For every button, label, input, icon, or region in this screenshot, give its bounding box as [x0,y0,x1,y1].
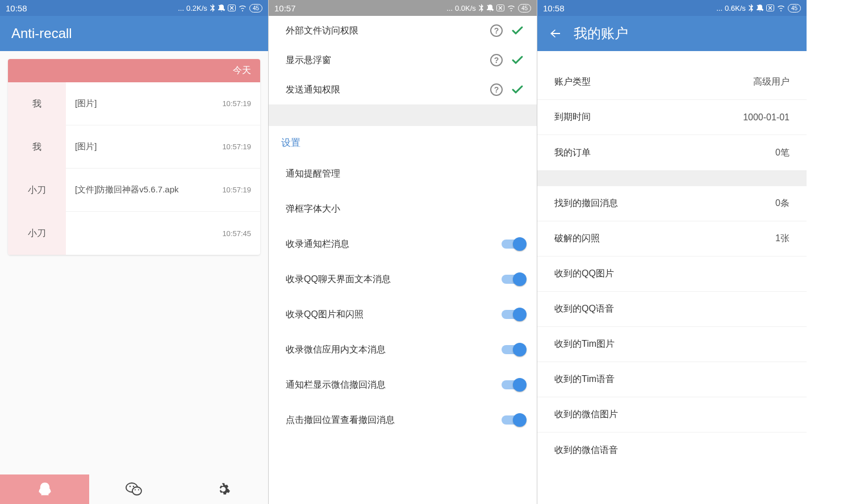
svg-point-4 [130,486,131,487]
check-icon [511,53,524,67]
bluetooth-icon [478,4,484,12]
svg-point-6 [135,489,136,490]
stat-row[interactable]: 收到的Tim图片 [537,327,807,362]
message-sender: 小刀 [8,169,66,212]
status-time: 10:57 [274,3,296,13]
status-bar: 10:57 ... 0.0K/s 45 [269,0,537,16]
check-icon [511,83,524,96]
dots-icon: ... [716,4,722,12]
settings-header: 设置 [269,126,537,156]
help-icon[interactable]: ? [490,54,503,66]
battery-level: 45 [249,4,262,12]
svg-point-3 [132,487,141,495]
gear-icon [216,482,231,497]
bottom-tabbar [0,474,268,504]
wifi-icon [507,5,516,11]
network-speed: 0.0K/s [455,4,476,12]
message-row[interactable]: 我[图片]10:57:19 [8,82,260,125]
setting-row[interactable]: 收录通知栏消息 [269,226,537,262]
setting-label: 通知栏显示微信撤回消息 [286,379,386,391]
page-title: 我的账户 [574,24,628,43]
wifi-icon [238,5,247,11]
stat-label: 找到的撤回消息 [554,198,618,209]
message-row[interactable]: 小刀[文件]防撤回神器v5.6.7.apk10:57:19 [8,169,260,212]
close-box-icon [496,5,504,11]
dots-icon: ... [178,4,184,12]
message-row[interactable]: 小刀10:57:45 [8,212,260,255]
setting-row[interactable]: 通知栏显示微信撤回消息 [269,367,537,402]
tab-wechat[interactable] [89,474,178,504]
setting-row[interactable]: 弹框字体大小 [269,191,537,226]
stat-row[interactable]: 收到的Tim语音 [537,362,807,397]
tab-settings[interactable] [179,474,268,504]
permission-row[interactable]: 外部文件访问权限? [269,16,537,45]
stat-value: 1张 [775,233,790,245]
stat-label: 收到的微信语音 [554,444,618,456]
tab-qq[interactable] [0,474,89,504]
status-bar: 10:58 ... 0.2K/s 45 [0,0,268,16]
help-icon[interactable]: ? [490,83,503,96]
setting-label: 收录通知栏消息 [286,238,349,250]
stat-row[interactable]: 找到的撤回消息0条 [537,186,807,221]
back-button[interactable] [549,27,562,40]
message-content: [图片] [75,141,97,152]
message-row[interactable]: 我[图片]10:57:19 [8,125,260,169]
account-row[interactable]: 到期时间1000-01-01 [537,100,807,135]
setting-row[interactable]: 收录QQ聊天界面文本消息 [269,262,537,297]
arrow-left-icon [549,27,562,40]
permission-label: 外部文件访问权限 [286,25,358,37]
stat-label: 收到的Tim语音 [554,373,615,385]
stat-row[interactable]: 收到的微信语音 [537,432,807,468]
toggle-switch[interactable] [502,275,524,284]
account-value: 1000-01-01 [743,112,790,123]
stat-row[interactable]: 收到的QQ图片 [537,257,807,292]
appbar: Anti-recall [0,16,268,51]
mute-icon [756,4,764,12]
stat-row[interactable]: 收到的QQ语音 [537,292,807,327]
setting-row[interactable]: 通知提醒管理 [269,156,537,191]
section-divider [537,170,807,186]
permission-row[interactable]: 发送通知权限? [269,75,537,104]
setting-label: 通知提醒管理 [286,168,340,180]
toggle-switch[interactable] [502,240,524,249]
status-indicators: ... 0.2K/s 45 [178,4,262,12]
message-time: 10:57:19 [222,99,251,108]
message-sender: 我 [8,125,66,169]
close-box-icon [766,5,774,11]
check-icon [511,24,524,37]
stat-label: 收到的微信图片 [554,409,618,421]
status-time: 10:58 [543,3,565,13]
setting-row[interactable]: 点击撤回位置查看撤回消息 [269,402,537,438]
message-time: 10:57:19 [222,186,251,194]
close-box-icon [228,5,236,11]
mute-icon [486,4,494,12]
setting-row[interactable]: 收录QQ图片和闪照 [269,297,537,332]
toggle-switch[interactable] [502,415,524,425]
help-icon[interactable]: ? [490,24,503,37]
network-speed: 0.6K/s [725,4,746,12]
section-divider [269,104,537,126]
screen-account: 10:58 ... 0.6K/s 45 我的账户 账户类型高级用户到期时间100… [537,0,807,504]
status-indicators: ... 0.6K/s 45 [716,4,801,12]
account-row[interactable]: 我的订单0笔 [537,135,807,170]
toggle-switch[interactable] [502,310,524,319]
stat-label: 收到的QQ语音 [554,303,614,315]
stat-row[interactable]: 破解的闪照1张 [537,221,807,257]
setting-row[interactable]: 收录微信应用内文本消息 [269,332,537,367]
messages-card: 今天 我[图片]10:57:19我[图片]10:57:19小刀[文件]防撤回神器… [8,59,260,255]
account-row[interactable]: 账户类型高级用户 [537,65,807,100]
account-value: 0笔 [775,147,790,159]
battery-level: 45 [788,4,801,12]
stat-row[interactable]: 收到的微信图片 [537,397,807,432]
account-value: 高级用户 [753,76,790,88]
screen-messages: 10:58 ... 0.2K/s 45 Anti-recall 今天 我[图片]… [0,0,269,504]
setting-label: 收录微信应用内文本消息 [286,344,386,356]
toggle-switch[interactable] [502,345,524,354]
status-time: 10:58 [6,3,27,13]
toggle-switch[interactable] [502,380,524,389]
message-content: [图片] [75,98,97,109]
permission-row[interactable]: 显示悬浮窗? [269,45,537,75]
message-time: 10:57:45 [222,229,251,238]
stat-label: 收到的Tim图片 [554,338,615,350]
status-indicators: ... 0.0K/s 45 [446,4,531,12]
